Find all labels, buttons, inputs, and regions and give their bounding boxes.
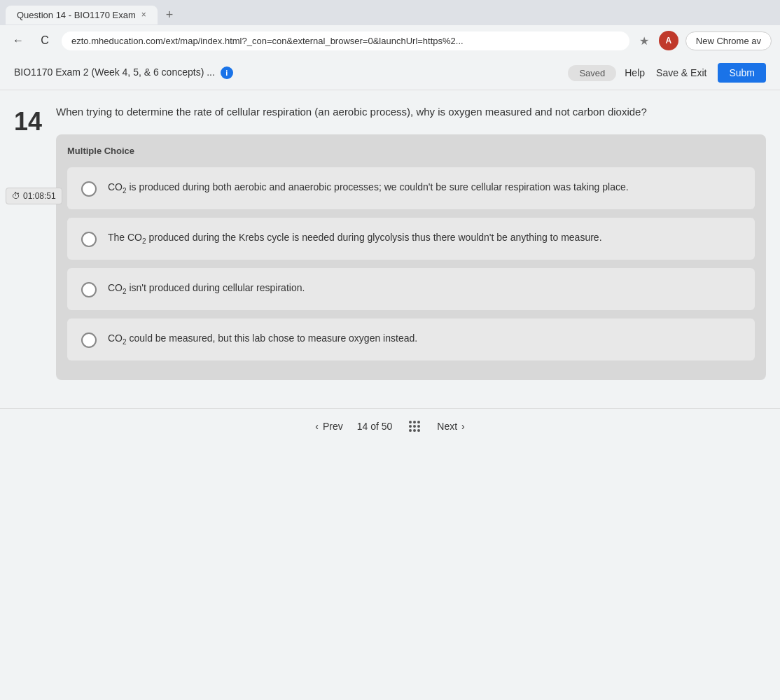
question-number: 14	[14, 104, 56, 380]
question-body: When trying to determine the rate of cel…	[56, 104, 766, 380]
saved-badge: Saved	[568, 65, 616, 81]
option-c-text: CO2 isn't produced during cellular respi…	[108, 281, 305, 297]
profile-avatar[interactable]: A	[659, 31, 678, 50]
save-exit-link[interactable]: Save & Exit	[656, 67, 706, 78]
answer-panel: Multiple Choice CO2 is produced during b…	[56, 134, 766, 380]
timer-icon: ⏱	[12, 191, 20, 201]
prev-arrow-icon: ‹	[315, 421, 319, 432]
option-a-text: CO2 is produced during both aerobic and …	[108, 180, 629, 196]
active-tab[interactable]: Question 14 - BIO1170 Exam ×	[6, 6, 158, 24]
radio-c[interactable]	[81, 282, 97, 298]
next-arrow-icon: ›	[461, 421, 465, 432]
page-header: BIO1170 Exam 2 (Week 4, 5, & 6 concepts)…	[0, 56, 780, 90]
page-indicator: 14 of 50	[357, 421, 393, 432]
new-tab-button[interactable]: +	[160, 5, 179, 25]
prev-label: Prev	[323, 421, 343, 432]
timer-display: 01:08:51	[23, 191, 56, 201]
next-label: Next	[437, 421, 457, 432]
tab-close-button[interactable]: ×	[141, 10, 146, 20]
address-input[interactable]	[62, 31, 629, 50]
timer: ⏱ 01:08:51	[6, 188, 62, 204]
option-a[interactable]: CO2 is produced during both aerobic and …	[67, 167, 755, 209]
option-d[interactable]: CO2 could be measured, but this lab chos…	[67, 318, 755, 360]
address-bar-row: ← C ★ A New Chrome av	[0, 25, 780, 56]
radio-b[interactable]	[81, 232, 97, 247]
option-c[interactable]: CO2 isn't produced during cellular respi…	[67, 268, 755, 310]
forward-button[interactable]: C	[35, 31, 55, 50]
tab-title: Question 14 - BIO1170 Exam	[17, 10, 136, 20]
answer-type-label: Multiple Choice	[67, 146, 755, 156]
of-label: of	[370, 421, 379, 432]
question-area: 14 When trying to determine the rate of …	[0, 90, 780, 394]
info-icon[interactable]: i	[221, 66, 233, 79]
exam-title: BIO1170 Exam 2 (Week 4, 5, & 6 concepts)…	[14, 66, 559, 79]
prev-button[interactable]: ‹ Prev	[315, 421, 342, 432]
next-button[interactable]: Next ›	[437, 421, 464, 432]
back-button[interactable]: ←	[8, 31, 28, 50]
grid-menu-icon[interactable]	[406, 420, 423, 433]
radio-a[interactable]	[81, 181, 97, 197]
radio-d[interactable]	[81, 332, 97, 348]
bottom-nav: ‹ Prev 14 of 50 Next ›	[0, 408, 780, 444]
bookmark-icon[interactable]: ★	[636, 31, 652, 50]
option-b-text: The CO2 produced during the Krebs cycle …	[108, 230, 602, 246]
option-d-text: CO2 could be measured, but this lab chos…	[108, 331, 417, 347]
new-chrome-button[interactable]: New Chrome av	[685, 31, 772, 50]
question-text: When trying to determine the rate of cel…	[56, 104, 766, 120]
current-page: 14	[357, 421, 368, 432]
submit-button[interactable]: Subm	[718, 63, 766, 83]
header-actions: Help Save & Exit Subm	[625, 63, 766, 83]
option-b[interactable]: The CO2 produced during the Krebs cycle …	[67, 218, 755, 260]
help-link[interactable]: Help	[625, 67, 645, 78]
total-pages: 50	[382, 421, 393, 432]
